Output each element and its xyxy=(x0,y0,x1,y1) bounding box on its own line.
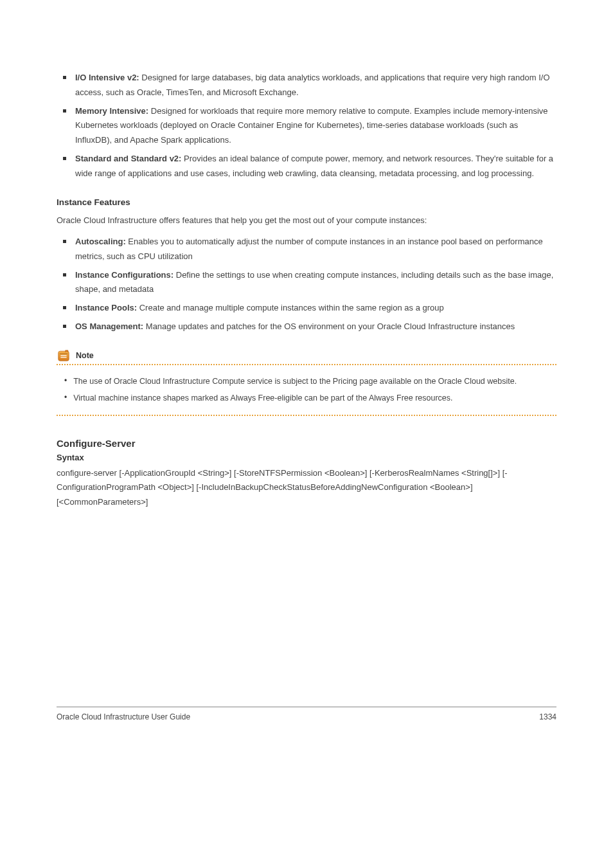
bullet-dot-icon: • xyxy=(64,391,67,405)
instance-type-list: I/O Intensive v2: Designed for large dat… xyxy=(57,71,556,181)
bullet-dot-icon: • xyxy=(64,374,67,388)
bullet-icon xyxy=(63,157,66,160)
list-item-desc: Designed for large databases, big data a… xyxy=(75,73,550,97)
footer-right: 1334 xyxy=(539,712,556,721)
list-item-text: Instance Pools: Create and manage multip… xyxy=(75,301,444,316)
section-intro: Oracle Cloud Infrastructure offers featu… xyxy=(57,213,556,228)
svg-rect-1 xyxy=(60,355,67,356)
list-item-label: I/O Intensive v2: xyxy=(75,73,139,82)
bullet-icon xyxy=(63,240,66,243)
list-item-label: Memory Intensive: xyxy=(75,106,148,116)
list-item-text: Instance Configurations: Define the sett… xyxy=(75,268,556,298)
bullet-icon xyxy=(63,325,66,328)
section-heading: Instance Features xyxy=(57,197,556,207)
feature-list: Autoscaling: Enables you to automaticall… xyxy=(57,235,556,334)
note-item-text: The use of Oracle Cloud Infrastructure C… xyxy=(73,374,517,389)
footer: Oracle Cloud Infrastructure User Guide 1… xyxy=(57,712,556,721)
list-item-label: Instance Configurations: xyxy=(75,270,173,280)
list-item-text: Autoscaling: Enables you to automaticall… xyxy=(75,235,556,264)
svg-rect-2 xyxy=(60,357,67,357)
note-header: Note xyxy=(57,348,556,363)
dotted-rule-bottom xyxy=(57,415,556,416)
bullet-icon xyxy=(63,76,66,79)
list-item: OS Management: Manage updates and patche… xyxy=(57,320,556,334)
list-item: Instance Configurations: Define the sett… xyxy=(57,268,556,298)
note-block: Note • The use of Oracle Cloud Infrastru… xyxy=(57,348,556,416)
syntax-label: Syntax xyxy=(57,453,556,462)
list-item: Autoscaling: Enables you to automaticall… xyxy=(57,235,556,264)
bullet-icon xyxy=(63,306,66,309)
list-item: Instance Pools: Create and manage multip… xyxy=(57,301,556,316)
list-item-text: I/O Intensive v2: Designed for large dat… xyxy=(75,71,556,100)
list-item: I/O Intensive v2: Designed for large dat… xyxy=(57,71,556,100)
list-item-desc: Enables you to automatically adjust the … xyxy=(75,237,543,261)
note-item-text: Virtual machine instance shapes marked a… xyxy=(73,391,452,406)
syntax-text: configure-server [-ApplicationGroupId <S… xyxy=(57,466,556,510)
list-item-text: OS Management: Manage updates and patche… xyxy=(75,320,515,334)
list-item-text: Standard and Standard v2: Provides an id… xyxy=(75,152,556,181)
list-item-desc: Manage updates and patches for the OS en… xyxy=(146,321,515,331)
note-item: • Virtual machine instance shapes marked… xyxy=(58,391,555,406)
note-body: • The use of Oracle Cloud Infrastructure… xyxy=(57,374,556,406)
list-item-desc: Create and manage multiple compute insta… xyxy=(139,303,444,312)
list-item-label: Autoscaling: xyxy=(75,237,126,246)
footer-rule xyxy=(57,707,556,707)
note-icon xyxy=(57,348,71,363)
footer-left: Oracle Cloud Infrastructure User Guide xyxy=(57,712,190,721)
list-item-label: OS Management: xyxy=(75,321,143,331)
list-item: Standard and Standard v2: Provides an id… xyxy=(57,152,556,181)
dotted-rule-top xyxy=(57,364,556,365)
bullet-icon xyxy=(63,109,66,113)
note-label: Note xyxy=(76,351,94,360)
list-item-label: Instance Pools: xyxy=(75,303,137,312)
note-item: • The use of Oracle Cloud Infrastructure… xyxy=(58,374,555,389)
list-item-text: Memory Intensive: Designed for workloads… xyxy=(75,104,556,148)
list-item: Memory Intensive: Designed for workloads… xyxy=(57,104,556,148)
list-item-label: Standard and Standard v2: xyxy=(75,154,181,163)
command-heading: Configure-Server xyxy=(57,438,556,449)
bullet-icon xyxy=(63,273,66,276)
